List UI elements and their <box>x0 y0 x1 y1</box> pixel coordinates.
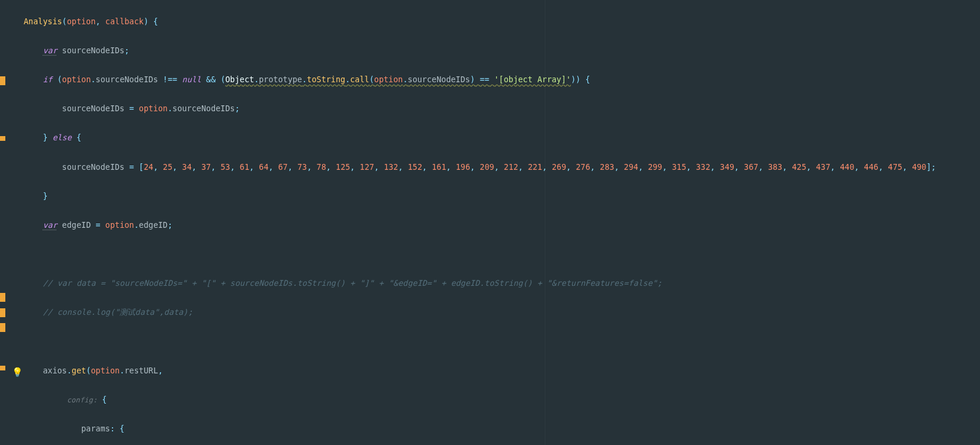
code-line: // var data = "sourceNodeIDs=" + "[" + s… <box>24 276 980 291</box>
comment: // console.log("测试data",data); <box>43 308 192 317</box>
code-line: var edgeID = option.edgeID; <box>24 218 980 233</box>
code-line <box>24 247 980 262</box>
code-line: config: { <box>24 393 980 408</box>
comment: // var data = "sourceNodeIDs=" + "[" + s… <box>43 279 662 288</box>
gutter-mark <box>0 308 5 317</box>
editor-gutter: 💡 <box>0 0 8 445</box>
keyword-var: var <box>43 46 57 55</box>
code-line <box>24 335 980 350</box>
code-line: var sourceNodeIDs; <box>24 44 980 59</box>
gutter-mark <box>0 366 5 370</box>
param: callback <box>105 17 144 26</box>
gutter-mark <box>0 293 5 302</box>
lightbulb-icon[interactable]: 💡 <box>12 365 23 380</box>
gutter-mark <box>0 76 5 85</box>
gutter-mark <box>0 136 5 141</box>
function-name: Analysis <box>24 17 62 26</box>
number-array: 24, 25, 34, 37, 53, 61, 64, 67, 73, 78, … <box>144 163 927 172</box>
inlay-hint: config: <box>67 396 97 404</box>
code-line: sourceNodeIDs = option.sourceNodeIDs; <box>24 102 980 117</box>
code-line: } <box>24 189 980 204</box>
keyword-if: if <box>43 75 52 84</box>
code-editor[interactable]: Analysis(option, callback) { var sourceN… <box>24 0 980 445</box>
code-line: // console.log("测试data",data); <box>24 305 980 320</box>
gutter-mark <box>0 323 5 332</box>
code-line: } else { <box>24 131 980 146</box>
code-line: axios.get(option.restURL, <box>24 364 980 379</box>
param: option <box>67 17 96 26</box>
code-line: sourceNodeIDs = [24, 25, 34, 37, 53, 61,… <box>24 160 980 175</box>
code-line: if (option.sourceNodeIDs !== null && (Ob… <box>24 73 980 88</box>
keyword-else: else <box>53 133 72 142</box>
code-line: Analysis(option, callback) { <box>24 15 980 30</box>
code-line: params: { <box>24 422 980 437</box>
